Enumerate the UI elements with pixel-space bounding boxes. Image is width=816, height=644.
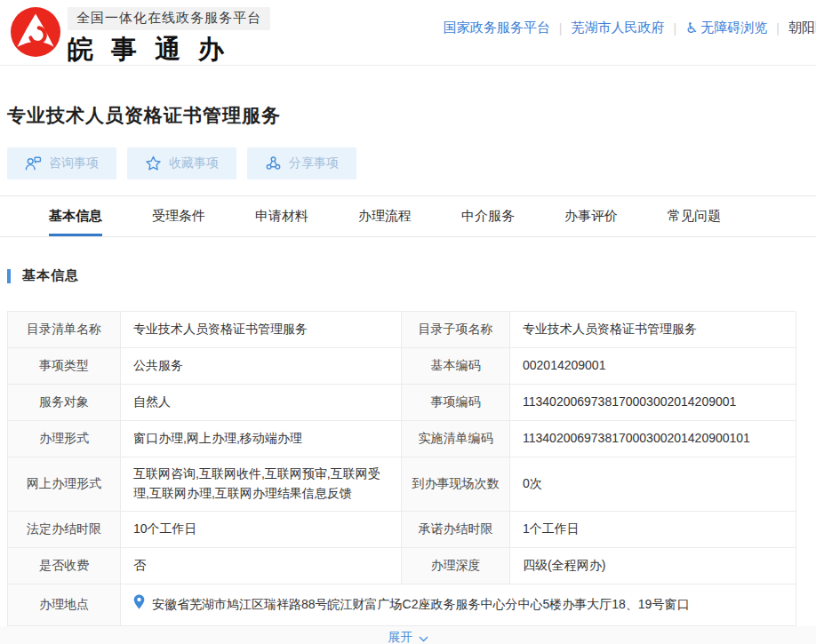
- field-value: 113402006973817000300201420900101: [510, 421, 796, 457]
- share-icon: [265, 155, 282, 171]
- link-accessibility[interactable]: ♿无障碍浏览: [685, 20, 767, 36]
- platform-banner: 全国一体化在线政务服务平台: [68, 7, 270, 30]
- district-selector[interactable]: 朝阳区: [788, 20, 816, 36]
- service-address-cell: 安徽省芜湖市鸠江区瑞祥路88号皖江财富广场C2座政务服务中心分中心5楼办事大厅1…: [121, 584, 796, 626]
- field-label: 网上办理形式: [8, 457, 121, 512]
- field-value: 专业技术人员资格证书管理服务: [121, 312, 402, 348]
- field-label: 目录子项名称: [402, 312, 510, 348]
- page-title: 专业技术人员资格证书管理服务: [7, 103, 796, 128]
- field-value: 002014209001: [510, 348, 796, 385]
- site-header: 全国一体化在线政务服务平台 皖事通办 国家政务服务平台 | 芜湖市人民政府 | …: [0, 0, 816, 66]
- action-buttons: 咨询事项 收藏事项 分享事项: [7, 147, 796, 179]
- field-value: 1134020069738170003002014209001: [510, 385, 796, 421]
- field-value: 窗口办理,网上办理,移动端办理: [121, 421, 402, 457]
- field-value: 否: [121, 548, 402, 584]
- consult-item-button[interactable]: 咨询事项: [7, 147, 116, 179]
- field-value: 专业技术人员资格证书管理服务: [510, 312, 796, 348]
- tab-service-evaluation[interactable]: 办事评价: [564, 196, 618, 236]
- tab-process-flow[interactable]: 办理流程: [358, 196, 412, 236]
- field-label: 办理地点: [8, 584, 121, 626]
- section-title: 基本信息: [22, 267, 79, 284]
- field-value: 互联网咨询,互联网收件,互联网预审,互联网受理,互联网办理,互联网办理结果信息反…: [121, 457, 402, 512]
- link-separator: |: [559, 21, 563, 36]
- share-item-button[interactable]: 分享事项: [247, 147, 356, 179]
- link-wuhu-government[interactable]: 芜湖市人民政府: [571, 20, 664, 36]
- field-label: 服务对象: [8, 385, 121, 421]
- basic-info-table: 目录清单名称 专业技术人员资格证书管理服务 目录子项名称 专业技术人员资格证书管…: [7, 311, 796, 626]
- field-value: 0次: [510, 457, 796, 512]
- action-label: 分享事项: [289, 155, 339, 171]
- link-separator: |: [673, 21, 676, 36]
- field-label: 是否收费: [8, 548, 121, 584]
- link-national-platform[interactable]: 国家政务服务平台: [444, 20, 550, 36]
- field-value: 1个工作日: [510, 512, 796, 548]
- field-label: 目录清单名称: [8, 312, 121, 348]
- service-address-text: 安徽省芜湖市鸠江区瑞祥路88号皖江财富广场C2座政务服务中心分中心5楼办事大厅1…: [152, 595, 689, 615]
- favorite-item-button[interactable]: 收藏事项: [127, 147, 236, 179]
- field-label: 实施清单编码: [402, 421, 510, 457]
- tab-acceptance-conditions[interactable]: 受理条件: [152, 196, 205, 236]
- field-label: 事项编码: [402, 385, 510, 421]
- tab-bar: 基本信息 受理条件 申请材料 办理流程 中介服务 办事评价 常见问题: [0, 195, 816, 237]
- expand-button[interactable]: 展开: [388, 630, 428, 644]
- field-label: 基本编码: [402, 348, 510, 385]
- field-label: 事项类型: [8, 348, 121, 385]
- expand-bar: 展开: [0, 626, 816, 644]
- field-label: 办理形式: [8, 421, 121, 457]
- main-content: 专业技术人员资格证书管理服务 咨询事项 收藏事项: [7, 103, 796, 644]
- brand-logo-icon: [11, 7, 60, 57]
- tab-faq[interactable]: 常见问题: [668, 196, 721, 236]
- action-label: 收藏事项: [169, 155, 219, 171]
- chevron-down-icon: [419, 631, 428, 644]
- field-value: 四级(全程网办): [510, 548, 796, 584]
- section-accent-bar: [7, 269, 11, 283]
- link-separator: |: [776, 21, 780, 36]
- header-links: 国家政务服务平台 | 芜湖市人民政府 | ♿无障碍浏览 | 朝阳区: [444, 20, 816, 36]
- field-label: 法定办结时限: [8, 512, 121, 548]
- field-label: 办理深度: [402, 548, 510, 584]
- accessibility-icon: ♿: [685, 20, 698, 36]
- field-value: 自然人: [121, 385, 402, 421]
- tab-basic-info[interactable]: 基本信息: [49, 196, 102, 236]
- consult-person-icon: [25, 155, 42, 171]
- brand-name: 皖事通办: [68, 32, 270, 68]
- field-value: 10个工作日: [121, 512, 402, 548]
- star-icon: [145, 155, 162, 171]
- field-value: 公共服务: [121, 348, 402, 385]
- field-label: 到办事现场次数: [402, 457, 510, 512]
- tab-application-materials[interactable]: 申请材料: [255, 196, 308, 236]
- field-label: 承诺办结时限: [402, 512, 510, 548]
- location-pin-icon: [133, 594, 145, 616]
- tab-agency-services[interactable]: 中介服务: [461, 196, 515, 236]
- section-header: 基本信息: [7, 267, 796, 284]
- action-label: 咨询事项: [49, 155, 99, 171]
